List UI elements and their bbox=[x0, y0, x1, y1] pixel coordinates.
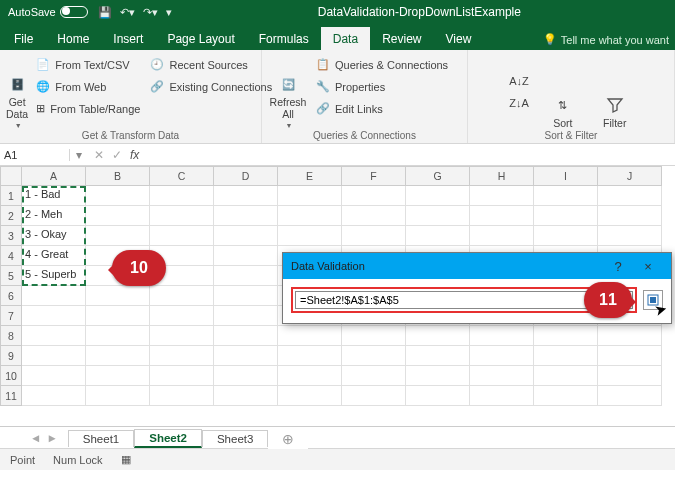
cell[interactable] bbox=[342, 226, 406, 246]
sheet-tab-2[interactable]: Sheet2 bbox=[134, 429, 202, 448]
cell[interactable] bbox=[86, 206, 150, 226]
fx-icon[interactable]: fx bbox=[130, 148, 139, 162]
sort-za-button[interactable]: Z↓A bbox=[507, 92, 531, 113]
row-header[interactable]: 6 bbox=[0, 286, 22, 306]
cell[interactable] bbox=[214, 266, 278, 286]
cell[interactable] bbox=[598, 366, 662, 386]
tab-page-layout[interactable]: Page Layout bbox=[155, 27, 246, 50]
cell[interactable] bbox=[214, 326, 278, 346]
cell[interactable] bbox=[22, 286, 86, 306]
new-sheet-button[interactable]: ⊕ bbox=[268, 429, 308, 449]
sheet-tab-3[interactable]: Sheet3 bbox=[202, 430, 268, 447]
from-web-button[interactable]: 🌐From Web bbox=[34, 76, 142, 97]
cell[interactable] bbox=[22, 306, 86, 326]
autosave-toggle[interactable] bbox=[60, 6, 88, 18]
cell[interactable] bbox=[150, 286, 214, 306]
cell-a1[interactable]: 1 - Bad bbox=[22, 186, 86, 206]
cell[interactable] bbox=[150, 206, 214, 226]
cell[interactable] bbox=[470, 326, 534, 346]
cell[interactable] bbox=[214, 206, 278, 226]
cell[interactable] bbox=[598, 346, 662, 366]
undo-icon[interactable]: ↶▾ bbox=[120, 6, 135, 19]
cell[interactable] bbox=[86, 366, 150, 386]
cell[interactable] bbox=[214, 366, 278, 386]
col-header[interactable]: A bbox=[22, 166, 86, 186]
recent-sources-button[interactable]: 🕘Recent Sources bbox=[148, 54, 274, 75]
col-header[interactable]: J bbox=[598, 166, 662, 186]
cell[interactable] bbox=[278, 386, 342, 406]
customize-qat-icon[interactable]: ▾ bbox=[166, 6, 172, 19]
filter-button[interactable]: Filter bbox=[595, 54, 635, 129]
cell[interactable] bbox=[406, 226, 470, 246]
cell[interactable] bbox=[598, 206, 662, 226]
cell[interactable] bbox=[342, 386, 406, 406]
dialog-help-button[interactable]: ? bbox=[603, 259, 633, 274]
tell-me-search[interactable]: 💡 Tell me what you want bbox=[537, 29, 675, 50]
row-header[interactable]: 3 bbox=[0, 226, 22, 246]
cell[interactable] bbox=[278, 226, 342, 246]
cell[interactable] bbox=[534, 346, 598, 366]
cell[interactable] bbox=[406, 326, 470, 346]
row-header[interactable]: 5 bbox=[0, 266, 22, 286]
cell[interactable] bbox=[278, 346, 342, 366]
tab-formulas[interactable]: Formulas bbox=[247, 27, 321, 50]
sort-az-button[interactable]: A↓Z bbox=[507, 70, 531, 91]
tab-review[interactable]: Review bbox=[370, 27, 433, 50]
cell[interactable] bbox=[470, 346, 534, 366]
cell[interactable] bbox=[342, 206, 406, 226]
cell[interactable] bbox=[534, 226, 598, 246]
col-header[interactable]: F bbox=[342, 166, 406, 186]
cell[interactable] bbox=[86, 326, 150, 346]
cell[interactable] bbox=[150, 346, 214, 366]
cell[interactable] bbox=[470, 386, 534, 406]
cell[interactable] bbox=[22, 366, 86, 386]
cell[interactable] bbox=[22, 346, 86, 366]
cell[interactable] bbox=[150, 186, 214, 206]
cell[interactable] bbox=[406, 346, 470, 366]
source-range-input[interactable] bbox=[295, 291, 633, 309]
cell[interactable] bbox=[470, 226, 534, 246]
cell[interactable] bbox=[214, 246, 278, 266]
cell[interactable] bbox=[470, 186, 534, 206]
row-header[interactable]: 9 bbox=[0, 346, 22, 366]
row-header[interactable]: 2 bbox=[0, 206, 22, 226]
cell[interactable] bbox=[598, 386, 662, 406]
cell[interactable] bbox=[534, 206, 598, 226]
col-header[interactable]: B bbox=[86, 166, 150, 186]
cell[interactable] bbox=[150, 226, 214, 246]
cell[interactable] bbox=[534, 186, 598, 206]
cell[interactable] bbox=[342, 186, 406, 206]
cell[interactable] bbox=[278, 186, 342, 206]
cell[interactable] bbox=[214, 306, 278, 326]
cell[interactable] bbox=[406, 186, 470, 206]
cell-a4[interactable]: 4 - Great bbox=[22, 246, 86, 266]
cell[interactable] bbox=[278, 326, 342, 346]
edit-links-button[interactable]: 🔗Edit Links bbox=[314, 98, 450, 119]
sheet-tab-1[interactable]: Sheet1 bbox=[68, 430, 134, 447]
cell[interactable] bbox=[598, 186, 662, 206]
cell-a2[interactable]: 2 - Meh bbox=[22, 206, 86, 226]
col-header[interactable]: I bbox=[534, 166, 598, 186]
cell[interactable] bbox=[406, 386, 470, 406]
cell[interactable] bbox=[406, 206, 470, 226]
cell-a3[interactable]: 3 - Okay bbox=[22, 226, 86, 246]
cell[interactable] bbox=[214, 286, 278, 306]
cell[interactable] bbox=[86, 306, 150, 326]
cell[interactable] bbox=[470, 206, 534, 226]
cell[interactable] bbox=[534, 326, 598, 346]
cell[interactable] bbox=[278, 206, 342, 226]
cell[interactable] bbox=[598, 226, 662, 246]
cell[interactable] bbox=[214, 386, 278, 406]
row-header[interactable]: 4 bbox=[0, 246, 22, 266]
queries-connections-button[interactable]: 📋Queries & Connections bbox=[314, 54, 450, 75]
row-header[interactable]: 7 bbox=[0, 306, 22, 326]
cell[interactable] bbox=[150, 306, 214, 326]
tab-home[interactable]: Home bbox=[45, 27, 101, 50]
tab-insert[interactable]: Insert bbox=[101, 27, 155, 50]
from-table-button[interactable]: ⊞From Table/Range bbox=[34, 98, 142, 119]
select-all-corner[interactable] bbox=[0, 166, 22, 186]
cell[interactable] bbox=[150, 366, 214, 386]
get-data-button[interactable]: 🗄️ Get Data ▼ bbox=[6, 54, 28, 129]
cell[interactable] bbox=[86, 186, 150, 206]
next-sheet-icon[interactable]: ► bbox=[46, 432, 57, 444]
